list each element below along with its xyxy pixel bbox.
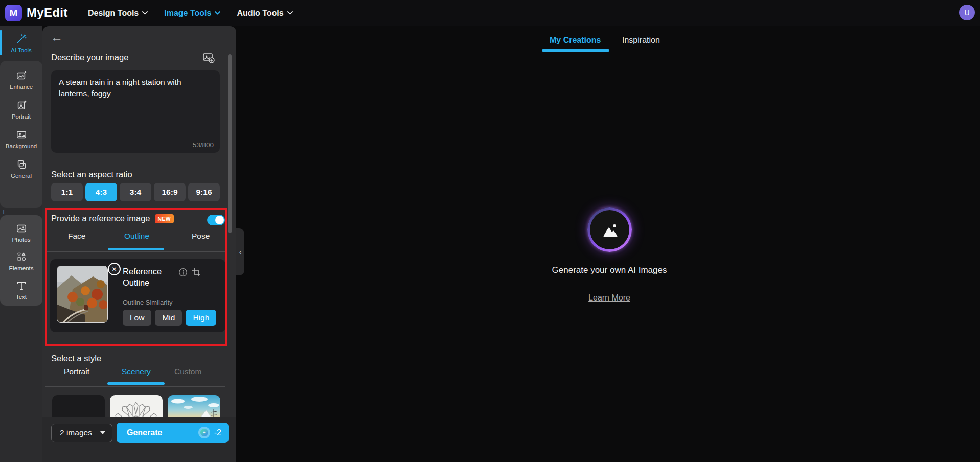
style-thumb-sketch[interactable] xyxy=(110,395,163,417)
user-avatar[interactable]: U xyxy=(959,5,975,20)
tab-outline[interactable]: Outline xyxy=(124,232,149,241)
rail-label: Text xyxy=(16,294,27,300)
reference-label: Provide a reference image xyxy=(51,214,150,223)
tab-my-creations[interactable]: My Creations xyxy=(550,36,601,45)
similarity-label: Outline Similarity xyxy=(123,298,173,306)
menu-audio-tools-label: Audio Tools xyxy=(237,9,283,18)
rail-label: Photos xyxy=(12,237,31,243)
style-tab-scenery[interactable]: Scenery xyxy=(122,367,151,376)
similarity-mid-button[interactable]: Mid xyxy=(155,310,182,326)
myedit-app: M MyEdit Design Tools Image Tools Audio … xyxy=(0,0,980,462)
prompt-field-wrap: A steam train in a night station with la… xyxy=(51,70,220,153)
rail-label: Background xyxy=(6,143,37,149)
describe-label: Describe your image xyxy=(51,53,128,62)
left-rail: AI Tools Enhance Portrait xyxy=(0,26,42,462)
image-count-value: 2 images xyxy=(60,428,92,437)
brand-name[interactable]: MyEdit xyxy=(27,6,67,20)
main-menu: Design Tools Image Tools Audio Tools xyxy=(88,0,293,26)
remove-reference-button[interactable]: ✕ xyxy=(108,263,121,275)
enhance-image-icon xyxy=(16,70,27,81)
menu-image-tools-label: Image Tools xyxy=(164,9,211,18)
sunflower-sketch-image xyxy=(110,395,163,417)
mountain-icon xyxy=(600,222,620,238)
prompt-input[interactable]: A steam train in a night station with la… xyxy=(51,70,220,153)
style-section-label: Select a style xyxy=(51,354,101,363)
learn-more-link[interactable]: Learn More xyxy=(558,293,660,303)
image-count-dropdown[interactable]: 2 images xyxy=(51,424,112,442)
tab-inspiration[interactable]: Inspiration xyxy=(622,36,660,45)
style-thumb-none[interactable] xyxy=(52,395,105,417)
generate-button[interactable]: Generate ✦ -2 xyxy=(117,423,229,443)
tab-face[interactable]: Face xyxy=(68,232,85,241)
menu-image-tools[interactable]: Image Tools xyxy=(164,9,220,18)
similarity-low-button[interactable]: Low xyxy=(123,310,151,326)
reference-card-title: Reference Outline xyxy=(123,266,181,289)
panel-collapse-handle[interactable]: ‹ xyxy=(236,228,244,275)
chevron-down-icon xyxy=(287,11,293,15)
tab-pose[interactable]: Pose xyxy=(192,232,210,241)
reference-thumbnail[interactable] xyxy=(57,266,108,323)
rail-label: AI Tools xyxy=(11,47,32,53)
toggle-knob xyxy=(215,216,224,224)
creations-tabs: My Creations Inspiration xyxy=(542,32,679,55)
rail-label: Enhance xyxy=(10,84,33,90)
top-navbar: M MyEdit Design Tools Image Tools Audio … xyxy=(0,0,980,26)
rail-item-elements[interactable]: Elements xyxy=(0,247,42,275)
rail-item-enhance[interactable]: Enhance xyxy=(0,65,42,95)
chevron-down-icon xyxy=(215,11,220,15)
menu-design-tools[interactable]: Design Tools xyxy=(88,9,148,18)
info-icon[interactable] xyxy=(178,268,188,277)
portrait-icon xyxy=(16,100,27,111)
reference-card: ✕ Reference Outline Outline Similarity L… xyxy=(50,259,225,332)
credit-coin-icon: ✦ xyxy=(198,427,210,438)
active-tab-underline xyxy=(108,248,164,250)
char-counter: 53/800 xyxy=(193,141,214,149)
style-tabs-divider xyxy=(45,386,225,387)
plus-icon: + xyxy=(2,207,6,216)
overlap-squares-icon xyxy=(16,159,27,170)
style-tab-portrait[interactable]: Portrait xyxy=(64,367,89,376)
magic-wand-icon xyxy=(16,33,27,44)
style-tab-custom[interactable]: Custom xyxy=(174,367,201,376)
rail-item-photos[interactable]: Photos xyxy=(0,218,42,247)
rail-group-ai: Enhance Portrait Background xyxy=(0,61,42,208)
panel-scrollbar[interactable] xyxy=(228,54,232,233)
creations-active-underline xyxy=(542,49,609,52)
new-badge: NEW xyxy=(155,214,174,223)
generate-label: Generate xyxy=(127,428,162,437)
panel-footer: 2 images Generate ✦ -2 xyxy=(42,417,236,462)
back-arrow-icon[interactable]: ← xyxy=(51,30,63,44)
rail-label: Elements xyxy=(9,265,34,271)
style-thumbnails-row xyxy=(42,395,227,417)
menu-design-tools-label: Design Tools xyxy=(88,9,139,18)
rail-label: General xyxy=(11,173,32,179)
rail-group-assets: Photos Elements Text xyxy=(0,215,42,306)
crop-icon[interactable] xyxy=(192,268,201,277)
empty-state-title: Generate your own AI Images xyxy=(528,265,691,275)
creations-tabs-divider xyxy=(542,53,678,53)
rail-item-portrait[interactable]: Portrait xyxy=(0,95,42,124)
ratio-9-16-button[interactable]: 9:16 xyxy=(188,183,220,201)
ratio-16-9-button[interactable]: 16:9 xyxy=(154,183,186,201)
rail-item-general[interactable]: General xyxy=(0,154,42,183)
similarity-high-button[interactable]: High xyxy=(186,310,216,326)
credit-cost: -2 xyxy=(214,428,221,437)
tabs-divider xyxy=(45,251,225,252)
rail-item-ai-tools[interactable]: AI Tools xyxy=(0,28,42,58)
add-image-icon[interactable] xyxy=(202,51,215,64)
style-thumb-anime[interactable] xyxy=(168,395,220,417)
rail-item-text[interactable]: Text xyxy=(0,275,42,304)
anime-landscape-image xyxy=(168,395,220,417)
ratio-1-1-button[interactable]: 1:1 xyxy=(51,183,83,201)
reference-toggle[interactable] xyxy=(207,215,225,225)
autumn-train-image xyxy=(57,266,108,323)
rail-item-background[interactable]: Background xyxy=(0,124,42,154)
photo-icon xyxy=(16,223,27,234)
myedit-logo-icon[interactable]: M xyxy=(5,5,22,21)
menu-audio-tools[interactable]: Audio Tools xyxy=(237,9,292,18)
chevron-down-icon xyxy=(142,11,148,15)
ratio-3-4-button[interactable]: 3:4 xyxy=(120,183,151,201)
style-active-underline xyxy=(107,382,165,385)
ratio-4-3-button[interactable]: 4:3 xyxy=(85,183,117,201)
rail-label: Portrait xyxy=(12,113,31,120)
